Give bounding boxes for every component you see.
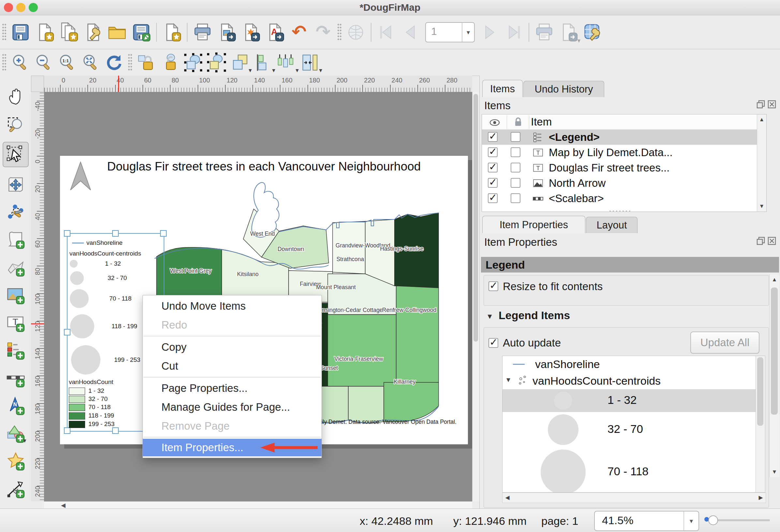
lock-checkbox[interactable]	[510, 193, 521, 203]
resize-items-button[interactable]: ▾	[299, 51, 322, 74]
layout-manager-button[interactable]	[81, 20, 105, 44]
add-label-tool[interactable]: T	[5, 313, 27, 333]
tree-horizontal-scrollbar[interactable]: ◀ ▶	[502, 492, 766, 503]
add-legend-tool[interactable]	[5, 340, 27, 361]
atlas-page-combobox[interactable]: 1▾	[425, 22, 475, 42]
tree-item-70-118[interactable]: 70 - 118	[502, 447, 765, 492]
auto-update-checkbox[interactable]	[488, 338, 498, 348]
close-panel-icon[interactable]	[767, 100, 776, 109]
new-layout-button[interactable]	[33, 20, 57, 44]
add-north-arrow-tool[interactable]: N	[5, 396, 27, 417]
toolbar-drag-handle[interactable]	[128, 53, 132, 72]
properties-scrollbar[interactable]: ▲ ▼	[769, 274, 779, 477]
toolbar-drag-handle[interactable]	[2, 53, 6, 72]
items-scrollbar[interactable]: ▲▼	[757, 114, 766, 212]
group-items-button[interactable]	[181, 51, 205, 74]
add-page-tool[interactable]	[5, 229, 27, 250]
save-layout-button[interactable]	[8, 20, 33, 44]
update-all-button[interactable]: Update All	[690, 331, 760, 354]
menu-item-cut[interactable]: Cut	[143, 357, 322, 376]
add-map-tool[interactable]	[5, 257, 27, 278]
print-layout-button[interactable]	[190, 20, 214, 44]
toolbar-drag-handle[interactable]	[2, 23, 6, 41]
zoom-actual-button[interactable]: 1:1	[55, 51, 79, 74]
add-marker-tool[interactable]	[5, 451, 27, 472]
expander-icon[interactable]: ▼	[505, 376, 511, 384]
north-arrow-item[interactable]	[69, 161, 92, 191]
resize-to-fit-checkbox[interactable]	[488, 281, 498, 291]
lock-checkbox[interactable]	[510, 132, 521, 142]
close-panel-icon[interactable]	[767, 236, 776, 246]
add-picture-tool[interactable]	[5, 285, 27, 306]
panel-splitter-handle[interactable]	[608, 210, 631, 213]
menu-item-page-properties[interactable]: Page Properties...	[143, 379, 322, 398]
menu-item-item-properties[interactable]: Item Properties...	[143, 439, 322, 457]
tree-item-1-32[interactable]: 1 - 32	[502, 389, 765, 412]
add-shape-tool[interactable]: ▾	[5, 423, 27, 444]
select-move-item-tool[interactable]	[3, 142, 29, 167]
tab-items[interactable]: Items	[482, 80, 523, 97]
visibility-checkbox[interactable]	[488, 193, 498, 203]
selection-handle[interactable]	[112, 230, 119, 237]
add-scalebar-tool[interactable]	[5, 368, 27, 389]
zoom-in-button[interactable]	[8, 51, 32, 74]
align-items-button[interactable]: ▾	[252, 51, 275, 74]
tree-item-vanShoreline[interactable]: vanShoreline	[502, 356, 765, 372]
zoom-full-button[interactable]	[79, 51, 102, 74]
selection-handle[interactable]	[160, 230, 166, 237]
float-panel-icon[interactable]	[756, 100, 765, 109]
save-as-template-button[interactable]	[160, 20, 184, 44]
zoom-tool[interactable]	[5, 114, 27, 135]
item-row-legend[interactable]: <Legend>	[482, 129, 766, 145]
tab-item-properties[interactable]: Item Properties	[482, 216, 585, 233]
visibility-checkbox[interactable]	[488, 178, 498, 188]
export-pdf-button[interactable]: A	[263, 20, 287, 44]
raise-items-button[interactable]: ▾	[228, 51, 252, 74]
map-title-label[interactable]: Douglas Fir street trees in each Vancouv…	[60, 160, 468, 173]
duplicate-layout-button[interactable]	[57, 20, 81, 44]
menu-item-manage-guides-for-page[interactable]: Manage Guides for Page...	[143, 398, 322, 417]
selection-handle[interactable]	[64, 427, 70, 434]
item-row-map-by-lily-demet-data[interactable]: TMap by Lily Demet.Data...	[482, 145, 766, 160]
tab-layout[interactable]: Layout	[586, 217, 637, 233]
selection-handle[interactable]	[64, 230, 70, 237]
tree-item-vanHoodsCount-centroids[interactable]: ▼vanHoodsCount-centroids	[502, 372, 765, 389]
export-image-button[interactable]	[214, 20, 239, 44]
item-row-scalebar[interactable]: <Scalebar>	[482, 191, 766, 206]
move-item-content-tool[interactable]	[5, 174, 27, 195]
unlock-items-button[interactable]	[158, 51, 181, 74]
toolbar-drag-handle[interactable]	[337, 23, 342, 41]
collapse-triangle-icon[interactable]: ▼	[486, 312, 493, 321]
zoom-level-combobox[interactable]: 41.5% ▾	[594, 511, 699, 531]
tab-undo-history[interactable]: Undo History	[523, 81, 604, 97]
lock-checkbox[interactable]	[510, 163, 521, 172]
distribute-items-button[interactable]: ▾	[275, 51, 299, 74]
lock-checkbox[interactable]	[510, 147, 521, 157]
selection-handle[interactable]	[112, 427, 119, 434]
export-svg-button[interactable]	[239, 20, 263, 44]
refresh-view-button[interactable]	[102, 51, 126, 74]
float-panel-icon[interactable]	[756, 236, 765, 246]
menu-item-undo-move-items[interactable]: Undo Move Items	[143, 297, 322, 316]
menu-item-copy[interactable]: Copy	[143, 338, 322, 357]
lock-items-button[interactable]	[134, 51, 158, 74]
ungroup-items-button[interactable]	[205, 51, 228, 74]
visibility-checkbox[interactable]	[488, 132, 498, 142]
zoom-slider-handle[interactable]	[708, 515, 718, 525]
zoom-out-button[interactable]	[32, 51, 55, 74]
item-row-douglas-fir-street-trees[interactable]: TDouglas Fir street trees...	[482, 160, 766, 175]
visibility-checkbox[interactable]	[488, 163, 498, 172]
canvas-horizontal-scrollbar[interactable]: ◀	[44, 501, 472, 509]
visibility-checkbox[interactable]	[488, 147, 498, 157]
selection-handle[interactable]	[64, 329, 70, 335]
tree-item-32-70[interactable]: 32 - 70	[502, 412, 765, 447]
canvas-vertical-scrollbar[interactable]	[472, 92, 480, 501]
open-folder-button[interactable]	[105, 20, 129, 44]
tree-vertical-scrollbar[interactable]	[755, 356, 765, 492]
lock-checkbox[interactable]	[510, 178, 521, 188]
edit-nodes-item-tool[interactable]	[5, 202, 27, 223]
undo-button[interactable]: ↶	[287, 20, 311, 44]
pan-tool[interactable]	[5, 87, 27, 107]
save-as-button[interactable]	[129, 20, 153, 44]
collapse-toolbox-icon[interactable]	[0, 485, 31, 496]
